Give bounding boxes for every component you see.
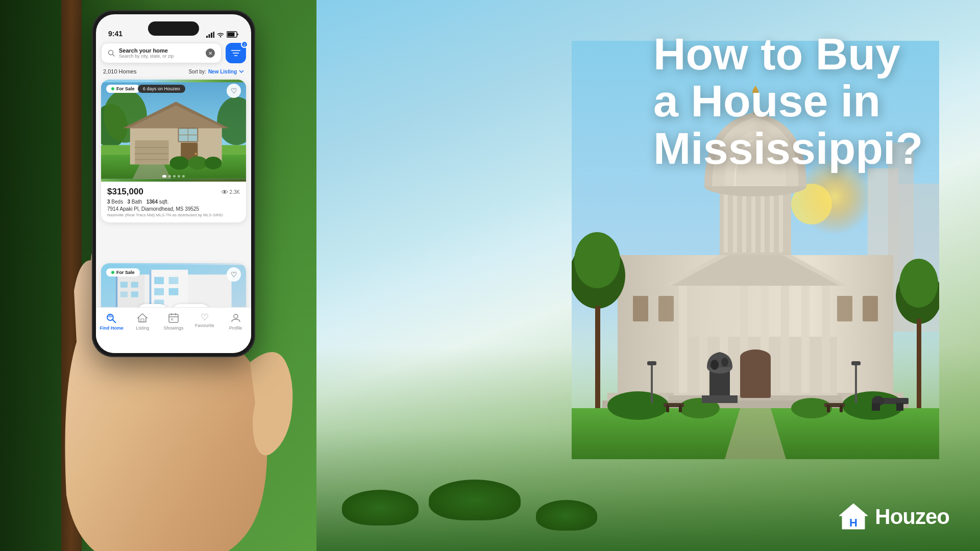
- svg-rect-70: [917, 319, 921, 408]
- dot-5: [182, 175, 185, 178]
- svg-rect-56: [666, 405, 669, 412]
- phone-screen: 9:41: [96, 14, 251, 353]
- views-count: 2.3K: [222, 189, 240, 195]
- svg-rect-63: [872, 403, 880, 411]
- svg-point-44: [791, 398, 832, 418]
- sort-by[interactable]: Sort by: New Listing: [188, 69, 244, 74]
- favorite-button-2[interactable]: ♡: [227, 267, 241, 282]
- logo-text: Houzeo: [875, 505, 949, 529]
- svg-text:H: H: [849, 516, 857, 529]
- svg-rect-64: [896, 403, 903, 411]
- svg-rect-26: [751, 191, 755, 253]
- svg-rect-74: [209, 34, 210, 38]
- svg-point-69: [899, 259, 938, 308]
- svg-point-48: [710, 360, 719, 370]
- battery-icon: [227, 31, 239, 38]
- find-home-icon: [106, 313, 117, 324]
- svg-rect-13: [699, 286, 707, 393]
- search-sub-text: Search by city, state, or zip: [119, 54, 202, 59]
- svg-line-127: [113, 320, 116, 323]
- eye-icon: [222, 189, 228, 194]
- svg-rect-53: [851, 361, 861, 365]
- profile-icon: [231, 313, 241, 324]
- property-address: 7914 Apaki Pl, Diamondhead, MS 39525: [107, 206, 240, 212]
- status-icons: [206, 31, 239, 38]
- svg-rect-114: [131, 291, 138, 297]
- filter-badge: 2: [241, 41, 248, 48]
- filter-button[interactable]: 2: [226, 43, 246, 63]
- headline-line1: How to Buy: [653, 29, 900, 79]
- favorite-button-1[interactable]: ♡: [227, 84, 241, 98]
- svg-rect-113: [120, 291, 128, 297]
- nav-profile[interactable]: Profile: [220, 313, 251, 331]
- svg-rect-112: [131, 282, 138, 287]
- svg-rect-57: [679, 405, 682, 412]
- svg-rect-131: [169, 314, 178, 322]
- logo-house-icon: H: [838, 503, 869, 531]
- svg-point-102: [169, 156, 189, 170]
- nav-label-favourite: Favourite: [195, 323, 214, 328]
- search-icon: [108, 49, 115, 57]
- showings-icon: [168, 313, 179, 324]
- svg-rect-46: [702, 395, 738, 403]
- svg-rect-25: [742, 191, 746, 253]
- svg-rect-24: [733, 191, 737, 253]
- nav-listing[interactable]: Listing: [127, 313, 158, 331]
- svg-rect-60: [840, 405, 843, 412]
- nav-showings[interactable]: Showings: [158, 313, 189, 331]
- shrub-1: [429, 480, 521, 520]
- svg-rect-34: [633, 296, 648, 321]
- svg-rect-130: [141, 319, 144, 322]
- headline-container: How to Buy a House in Mississippi?: [653, 31, 949, 172]
- svg-rect-67: [595, 306, 600, 408]
- svg-rect-59: [827, 405, 830, 412]
- badge-dot-2: [111, 271, 114, 274]
- search-container: Search your home Search by city, state, …: [101, 43, 246, 63]
- calendar-icon: [168, 313, 179, 323]
- svg-rect-36: [837, 296, 852, 321]
- phone-device: 9:41: [92, 10, 255, 357]
- svg-rect-116: [169, 277, 179, 284]
- nav-find-home[interactable]: Find Home: [96, 313, 127, 331]
- svg-line-80: [113, 55, 115, 57]
- headline-text: How to Buy a House in Mississippi?: [653, 31, 949, 172]
- svg-marker-129: [138, 314, 147, 322]
- svg-point-106: [224, 191, 226, 193]
- filter-icon: [231, 49, 240, 57]
- svg-point-104: [205, 157, 222, 169]
- house-icon: [137, 313, 148, 323]
- search-main-text: Search your home: [119, 47, 202, 54]
- search-text-group: Search your home Search by city, state, …: [119, 47, 202, 59]
- results-count: 2,010 Homes: [103, 68, 136, 74]
- forsale-badge-1: For Sale: [106, 85, 140, 93]
- favourite-icon: ♡: [201, 313, 209, 322]
- property-card-1[interactable]: For Sale 6 days on Houzeo ♡: [101, 80, 246, 222]
- dot-1: [162, 175, 166, 178]
- svg-rect-76: [213, 32, 215, 38]
- photo-dots: [162, 175, 185, 178]
- svg-rect-75: [211, 33, 212, 38]
- badge-dot: [111, 87, 114, 90]
- svg-rect-135: [171, 318, 173, 320]
- property-image-1: For Sale 6 days on Houzeo ♡: [101, 80, 246, 182]
- nav-favourite[interactable]: ♡ Favourite: [189, 313, 220, 328]
- svg-rect-118: [169, 288, 179, 295]
- svg-rect-12: [679, 286, 687, 393]
- person-icon: [231, 313, 241, 323]
- property-source: Nashville (Real Tracs Mid) MLS-TN as dis…: [107, 213, 240, 217]
- forsale-badge-2: For Sale: [106, 268, 140, 277]
- results-bar: 2,010 Homes Sort by: New Listing: [103, 68, 244, 74]
- svg-rect-93: [135, 140, 168, 164]
- home-search-icon: [106, 313, 117, 323]
- svg-rect-18: [801, 286, 810, 393]
- svg-point-136: [234, 314, 238, 318]
- houzeo-logo: H Houzeo: [838, 503, 949, 531]
- dot-3: [173, 175, 176, 178]
- svg-point-49: [721, 358, 728, 367]
- sort-value: New Listing: [208, 69, 237, 74]
- svg-rect-23: [724, 191, 728, 253]
- search-bar[interactable]: Search your home Search by city, state, …: [101, 43, 222, 63]
- sort-label: Sort by:: [188, 69, 206, 74]
- property-specs: 3 Beds 3 Bath 1364 sqft.: [107, 199, 240, 205]
- search-clear-button[interactable]: ✕: [206, 48, 215, 58]
